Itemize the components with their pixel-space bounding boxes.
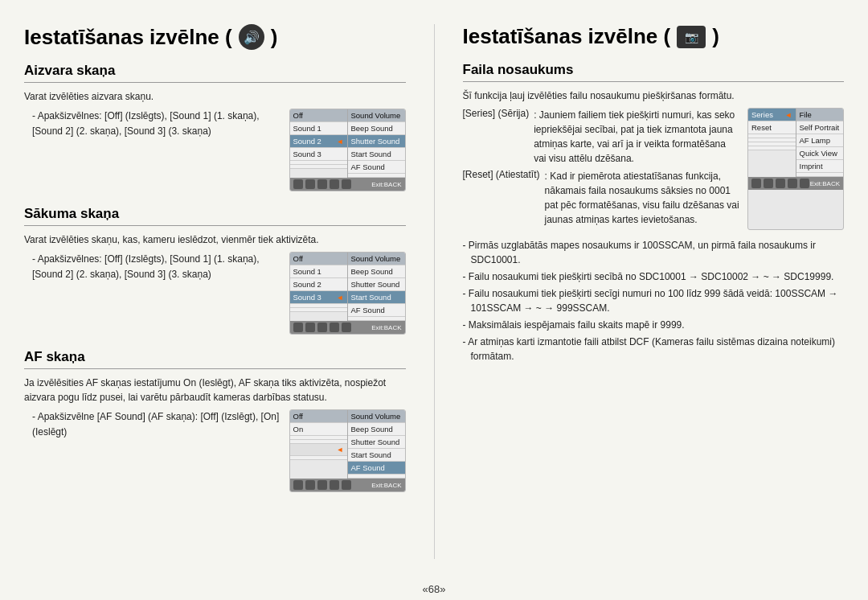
bullet-5: - Ar atmiņas karti izmantotie faili atbi… xyxy=(463,335,845,364)
footer-icon-3 xyxy=(317,480,327,490)
right-title: Iestatīšanas izvēlne ( 📷 ) xyxy=(463,24,845,49)
faila-section: Faila nosaukums Šī funkcija ļauj izvēlēt… xyxy=(463,62,845,366)
camera-icon: 📷 xyxy=(677,26,706,48)
menu-cell xyxy=(348,174,405,178)
menu-cell-selected: AF Sound xyxy=(348,462,405,475)
af-menu-left: Off On ◄ xyxy=(290,410,347,479)
menu-cell: Sound 1 xyxy=(290,122,347,135)
faila-intro: Šī funkcija ļauj izvēlēties failu nosauk… xyxy=(463,88,845,103)
footer-icon-3 xyxy=(317,323,327,332)
af-menu-footer: Exit:BACK xyxy=(290,479,405,491)
menu-cell xyxy=(290,456,347,460)
menu-cell xyxy=(748,146,796,150)
left-title: Iestatīšanas izvēlne ( 🔊 ) xyxy=(24,24,406,50)
menu-cell: Beep Sound xyxy=(348,423,405,436)
page-number: «68» xyxy=(0,575,868,600)
menu-cell: Beep Sound xyxy=(348,265,405,278)
sakuma-menu: Off Sound 1 Sound 2 Sound 3 ◄ xyxy=(289,252,406,335)
footer-icon-5 xyxy=(800,179,809,188)
bullet-4: - Maksimālais iespējamais failu skaits m… xyxy=(463,318,845,332)
footer-icon-1 xyxy=(293,323,303,332)
footer-icons xyxy=(293,480,351,490)
menu-cell-selected: Shutter Sound xyxy=(348,135,405,148)
faila-title: Faila nosaukums xyxy=(463,62,845,82)
footer-icon-4 xyxy=(330,179,339,189)
faila-defs: [Series] (Sērija) : Jauniem failiem tiek… xyxy=(463,108,740,230)
menu-cell: Sound 1 xyxy=(290,265,347,278)
sakuma-menu-left: Off Sound 1 Sound 2 Sound 3 ◄ xyxy=(290,253,347,321)
menu-cell xyxy=(290,308,347,312)
af-menu: Off On ◄ Sound Volume xyxy=(289,409,406,492)
menu-cell: ◄ xyxy=(290,444,347,456)
aizvara-section: Aizvara skaņa Varat izvēlēties aizvara s… xyxy=(24,63,406,191)
menu-cell-selected: Sound 3 ◄ xyxy=(290,291,347,304)
footer-icon-4 xyxy=(330,323,339,332)
footer-icons xyxy=(751,179,809,188)
right-title-suffix: ) xyxy=(712,24,719,49)
left-title-suffix: ) xyxy=(271,25,278,50)
footer-icon-5 xyxy=(342,323,351,332)
aizvara-title: Aizvara skaņa xyxy=(24,63,406,83)
menu-cell: Sound 3 xyxy=(290,148,347,161)
footer-icon-5 xyxy=(342,480,351,490)
sakuma-intro: Varat izvēlēties skaņu, kas, kameru iesl… xyxy=(24,232,406,247)
footer-icon-4 xyxy=(788,179,797,188)
af-desc: - Apakšizvēlne [AF Sound] (AF skaņa): [O… xyxy=(24,409,281,440)
aizvara-menu-header: Off Sound 1 Sound 2 ◄ Sound 3 xyxy=(290,109,405,178)
menu-cell: Start Sound xyxy=(348,148,405,161)
right-column: Iestatīšanas izvēlne ( 📷 ) Faila nosauku… xyxy=(463,24,845,559)
menu-cell: Beep Sound xyxy=(348,122,405,135)
af-menu-header: Off On ◄ Sound Volume xyxy=(290,410,405,479)
menu-cell: Sound 2 xyxy=(290,278,347,291)
footer-text: Exit:BACK xyxy=(371,482,401,489)
def-term-series: [Series] (Sērija) xyxy=(463,108,530,166)
faila-bullets: - Pirmās uzglabātās mapes nosaukums ir 1… xyxy=(463,238,845,364)
faila-menu-right: File Self Portrait AF Lamp Quick View Im… xyxy=(796,109,844,177)
menu-cell: Sound Volume xyxy=(348,109,405,122)
af-section: AF skaņa Ja izvēlēsities AF skaņas iesta… xyxy=(24,349,406,492)
menu-cell: Sound Volume xyxy=(348,253,405,265)
faila-menu: Series ◄ Reset File Self Por xyxy=(747,108,844,230)
aizvara-intro: Varat izvēlēties aizvara skaņu. xyxy=(24,89,406,104)
footer-icon-2 xyxy=(305,323,315,332)
menu-cell-selected: Start Sound xyxy=(348,291,405,304)
menu-cell: AF Lamp xyxy=(796,134,844,147)
menu-cell: AF Sound xyxy=(348,161,405,174)
af-intro: Ja izvēlēsities AF skaņas iestatījumu On… xyxy=(24,376,406,405)
faila-menu-header: Series ◄ Reset File Self Por xyxy=(748,109,843,177)
footer-text: Exit:BACK xyxy=(810,180,840,187)
aizvara-content: - Apakšizvēlnes: [Off] (Izslēgts), [Soun… xyxy=(24,109,406,191)
arrow-icon: ◄ xyxy=(785,111,792,119)
menu-cell-label: Sound 3 xyxy=(293,293,321,302)
menu-cell: On xyxy=(290,423,347,436)
aizvara-menu-left: Off Sound 1 Sound 2 ◄ Sound 3 xyxy=(290,109,347,178)
menu-cell-selected: Series ◄ xyxy=(748,109,796,121)
footer-icon-1 xyxy=(751,179,761,188)
menu-cell: File xyxy=(796,109,844,121)
sakuma-menu-header: Off Sound 1 Sound 2 Sound 3 ◄ xyxy=(290,253,405,321)
arrow-icon: ◄ xyxy=(337,446,344,454)
menu-cell: Sound Volume xyxy=(348,410,405,423)
footer-icon-1 xyxy=(293,480,303,490)
af-content: - Apakšizvēlne [AF Sound] (AF skaņa): [O… xyxy=(24,409,406,492)
menu-cell: Imprint xyxy=(796,160,844,173)
sakuma-section: Sākuma skaņa Varat izvēlēties skaņu, kas… xyxy=(24,206,406,335)
bullet-2: - Failu nosaukumi tiek piešķirti secībā … xyxy=(463,269,845,284)
def-row-reset: [Reset] (Atiestatīt) : Kad ir piemērota … xyxy=(463,169,740,227)
menu-cell xyxy=(290,165,347,169)
left-column: Iestatīšanas izvēlne ( 🔊 ) Aizvara skaņa… xyxy=(24,24,406,559)
sound-icon: 🔊 xyxy=(239,24,264,50)
sakuma-desc: - Apakšizvēlnes: [Off] (Izslēgts), [Soun… xyxy=(24,252,281,282)
menu-cell-label: Sound 2 xyxy=(293,137,321,146)
af-title: AF skaņa xyxy=(24,349,406,369)
menu-cell-selected: Sound 2 ◄ xyxy=(290,135,347,148)
footer-icon-2 xyxy=(764,179,773,188)
footer-icon-5 xyxy=(342,179,351,189)
footer-icon-2 xyxy=(305,480,315,490)
aizvara-menu: Off Sound 1 Sound 2 ◄ Sound 3 xyxy=(289,109,406,191)
menu-cell: Off xyxy=(290,253,347,265)
menu-cell: Reset xyxy=(748,121,796,134)
footer-icon-1 xyxy=(293,179,303,189)
footer-icons xyxy=(293,179,351,189)
faila-menu-footer: Exit:BACK xyxy=(748,177,843,190)
